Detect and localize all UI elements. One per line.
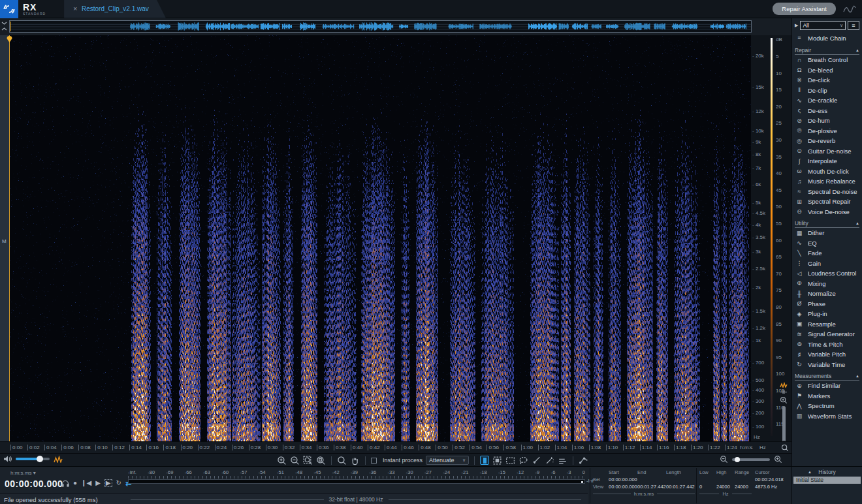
- process-mode-value: Attenuate: [429, 457, 455, 464]
- time-ruler[interactable]: h:m:s Hz 0:000:020:040:060:080:100:120:1…: [0, 441, 791, 453]
- wave-spec-balance-icon[interactable]: [780, 390, 788, 394]
- file-tab[interactable]: × Restord_Clip_v2.1.wav: [64, 0, 166, 18]
- module-de-clip[interactable]: ‖De-clip: [795, 86, 859, 96]
- instant-process-label: Instant process: [383, 457, 423, 464]
- module-eq[interactable]: ∿EQ: [795, 238, 859, 249]
- module-normalize[interactable]: ╫Normalize: [795, 289, 859, 299]
- module-resample[interactable]: ▣Resample: [795, 319, 859, 330]
- module-time-pitch[interactable]: ⊚Time & Pitch: [795, 339, 859, 350]
- module-mixing[interactable]: ΦMixing: [795, 279, 859, 289]
- module-fade[interactable]: ╲Fade: [795, 248, 859, 259]
- tab-close-icon[interactable]: ×: [73, 5, 77, 12]
- wand-tool[interactable]: [545, 456, 554, 465]
- module-voice-de-noise[interactable]: ⊖Voice De-noise: [795, 207, 859, 217]
- collapse-overview-icon[interactable]: [1, 21, 8, 31]
- zoom-selection-icon[interactable]: [303, 456, 313, 465]
- h-zoom-slider[interactable]: [732, 458, 770, 461]
- section-header-measurements[interactable]: Measurements▲: [795, 371, 859, 381]
- monitor-headphones-icon[interactable]: [61, 480, 69, 487]
- zoom-out-icon[interactable]: [290, 456, 300, 465]
- module-breath-control[interactable]: ∩Breath Control: [795, 55, 859, 65]
- zoom-to-selection-icon[interactable]: [316, 456, 326, 465]
- record-button[interactable]: ●: [73, 480, 77, 486]
- sidebar-menu-button[interactable]: ≡: [848, 21, 859, 30]
- repair-assistant-button[interactable]: Repair Assistant: [773, 3, 836, 15]
- col-range: Range: [735, 469, 752, 475]
- h-zoom-out-icon[interactable]: [720, 455, 728, 464]
- module-sidebar: ▶ All ∨ ≡ ≡ Module Chain Repair▲∩Breath …: [791, 18, 862, 466]
- time-frequency-selection-tool[interactable]: [492, 456, 502, 465]
- meter-tick-label: -18: [480, 469, 487, 475]
- module-waveform-stats[interactable]: ▥Waveform Stats: [795, 411, 859, 422]
- time-selection-tool[interactable]: [480, 456, 489, 465]
- output-level-meter[interactable]: -Inf.-80-69-66-63-60-57-54-51-48-45-42-3…: [128, 469, 585, 484]
- play-button[interactable]: ▶: [95, 480, 101, 486]
- playhead-pin[interactable]: [7, 35, 12, 42]
- module-chain-item[interactable]: ≡ Module Chain: [795, 32, 859, 44]
- zoom-in-icon[interactable]: [277, 456, 287, 465]
- loop-button[interactable]: ↻: [116, 480, 121, 486]
- module-markers[interactable]: ⚑Markers: [795, 391, 859, 402]
- timecode-display[interactable]: 00:00:00.000: [5, 479, 63, 489]
- ruler-zoom-icon[interactable]: [781, 444, 789, 452]
- module-de-bleed[interactable]: ΩDe-bleed: [795, 65, 859, 76]
- h-zoom-in-icon[interactable]: [774, 455, 782, 464]
- module-de-click[interactable]: ※De-click: [795, 75, 859, 86]
- de-hum-icon: ⊘: [795, 118, 804, 124]
- time-format-selector[interactable]: h:m:s.ms ▾: [10, 470, 36, 476]
- overview-waveform[interactable]: [9, 20, 752, 33]
- module-guitar-de-noise[interactable]: ⊙Guitar De-noise: [795, 146, 859, 157]
- module-signal-generator[interactable]: ≋Signal Generator: [795, 329, 859, 339]
- view-end: 00:01:27.442: [637, 484, 666, 490]
- de-clip-icon: ‖: [795, 87, 804, 93]
- vertical-zoom-in-icon[interactable]: [780, 396, 788, 404]
- module-phase[interactable]: ØPhase: [795, 299, 859, 309]
- process-mode-dropdown[interactable]: Attenuate∨: [426, 456, 469, 465]
- module-music-rebalance[interactable]: ♫Music Rebalance: [795, 176, 859, 187]
- view-start: 00:00:00.000: [609, 484, 637, 490]
- mouth-de-click-icon: ω: [795, 168, 804, 174]
- curve-edit-tool[interactable]: [579, 456, 588, 465]
- spectrogram-waveform-blend-icon[interactable]: [54, 456, 63, 463]
- module-label: Variable Pitch: [808, 351, 846, 358]
- module-loudness-control[interactable]: ◁Loudness Control: [795, 268, 859, 279]
- history-item[interactable]: Initial State: [793, 477, 861, 484]
- module-de-reverb[interactable]: ◎De-reverb: [795, 136, 859, 146]
- speaker-icon[interactable]: [3, 455, 12, 463]
- hand-tool-icon[interactable]: [350, 456, 360, 465]
- module-interpolate[interactable]: ∫Interpolate: [795, 156, 859, 166]
- module-spectrum[interactable]: ⋀Spectrum: [795, 401, 859, 411]
- return-to-start-button[interactable]: ❙◀: [81, 480, 91, 486]
- amplitude-gradient-legend: [771, 38, 773, 436]
- de-click-icon: ※: [795, 77, 804, 84]
- playhead-line[interactable]: [9, 35, 10, 441]
- instant-process-checkbox[interactable]: [371, 458, 377, 464]
- freq-tick-label: 9k: [752, 139, 761, 145]
- module-gain[interactable]: ⋮Gain: [795, 259, 859, 269]
- module-de-crackle[interactable]: ∿De-crackle: [795, 95, 859, 106]
- module-de-ess[interactable]: ςDe-ess: [795, 106, 859, 116]
- module-de-hum[interactable]: ⊘De-hum: [795, 116, 859, 126]
- module-plug-in[interactable]: ◈Plug-in: [795, 309, 859, 319]
- section-header-utility[interactable]: Utility▲: [795, 219, 859, 228]
- magnify-tool-icon[interactable]: [337, 456, 347, 465]
- module-filter-dropdown[interactable]: All ∨: [800, 21, 846, 30]
- module-spectral-repair[interactable]: ⊞Spectral Repair: [795, 197, 859, 207]
- play-selection-button[interactable]: ▶: [104, 479, 112, 487]
- volume-slider[interactable]: [16, 458, 50, 460]
- module-find-similar[interactable]: ⊕Find Similar: [795, 381, 859, 391]
- section-header-repair[interactable]: Repair▲: [795, 46, 859, 55]
- marquee-selection-tool[interactable]: [505, 456, 515, 465]
- brush-tool[interactable]: [532, 456, 541, 465]
- module-mouth-de-click[interactable]: ωMouth De-click: [795, 166, 859, 177]
- spectrogram-palette-icon[interactable]: [780, 382, 788, 388]
- module-de-plosive[interactable]: ℗De-plosive: [795, 126, 859, 136]
- lasso-tool[interactable]: [519, 456, 528, 465]
- level-lines-tool[interactable]: [558, 456, 567, 465]
- preview-play-icon[interactable]: ▶: [795, 23, 798, 28]
- module-dither[interactable]: ▦Dither: [795, 228, 859, 238]
- spectrogram-canvas[interactable]: [9, 35, 751, 441]
- module-variable-time[interactable]: ↻Variable Time: [795, 360, 859, 370]
- module-variable-pitch[interactable]: ♯Variable Pitch: [795, 349, 859, 360]
- module-spectral-de-noise[interactable]: ≈Spectral De-noise: [795, 187, 859, 197]
